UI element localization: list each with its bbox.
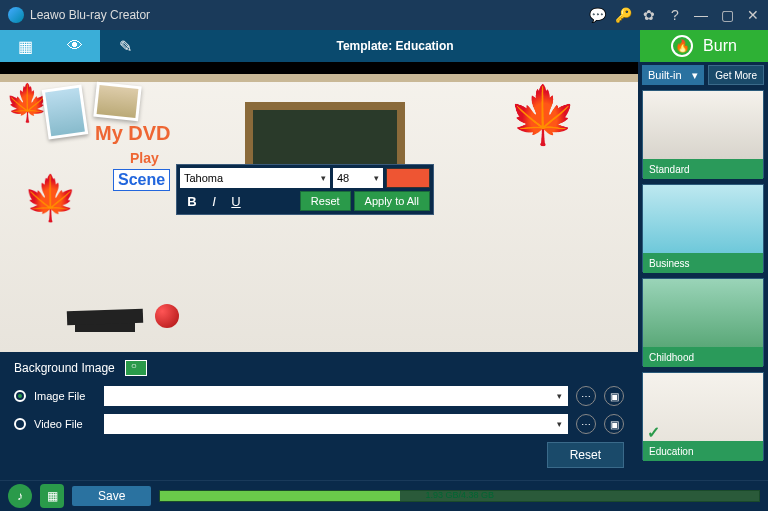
bg-reset-button[interactable]: Reset — [547, 442, 624, 468]
save-button[interactable]: Save — [72, 486, 151, 506]
background-panel: Background Image Image File ▾ ⋯ ▣ Video … — [0, 352, 638, 480]
template-item-education[interactable]: ✓ Education — [642, 372, 764, 460]
template-label: Education — [643, 441, 763, 461]
preview-button[interactable]: 👁 — [50, 30, 100, 62]
app-logo-icon — [8, 7, 24, 23]
key-icon[interactable]: 🔑 — [616, 8, 630, 22]
title-bar: Leawo Blu-ray Creator 💬 🔑 ✿ ? — ▢ ✕ — [0, 0, 768, 30]
leaf-decor-icon: 🍁 — [23, 172, 78, 224]
chevron-down-icon: ▾ — [557, 419, 562, 429]
chevron-down-icon: ▾ — [374, 173, 379, 183]
text-reset-button[interactable]: Reset — [300, 191, 351, 211]
template-category-select[interactable]: Built-in▾ — [642, 65, 704, 85]
grid-view-button[interactable]: ▦ — [0, 30, 50, 62]
chevron-down-icon: ▾ — [692, 69, 698, 82]
main-toolbar: ▦ 👁 ✎ Template: Education 🔥 Burn — [0, 30, 768, 62]
burn-button[interactable]: 🔥 Burn — [640, 30, 768, 62]
template-item-business[interactable]: Business — [642, 184, 764, 272]
template-sidebar: Built-in▾ Get More ▸ Standard Business C… — [638, 62, 768, 480]
photo-decor — [42, 84, 89, 139]
apply-to-all-button[interactable]: Apply to All — [354, 191, 430, 211]
progress-text: 1.93 GB/4.38 GB — [160, 490, 759, 500]
help-icon[interactable]: ? — [668, 8, 682, 22]
disc-title-text[interactable]: My DVD — [95, 122, 171, 145]
close-icon[interactable]: ✕ — [746, 8, 760, 22]
template-item-standard[interactable]: Standard — [642, 90, 764, 178]
photo-decor — [93, 82, 141, 122]
video-browse-button[interactable]: ▣ — [604, 414, 624, 434]
settings-icon[interactable]: ✿ — [642, 8, 656, 22]
chat-icon[interactable]: 💬 — [590, 8, 604, 22]
app-title: Leawo Blu-ray Creator — [30, 8, 590, 22]
grad-cap-decor — [65, 307, 145, 352]
scene-text-selected[interactable]: Scene — [113, 169, 170, 191]
text-format-toolbar: Tahoma▾ 48▾ B I U Reset Apply to All — [176, 164, 434, 215]
image-browse-button[interactable]: ▣ — [604, 386, 624, 406]
chevron-down-icon: ▾ — [321, 173, 326, 183]
music-button[interactable]: ♪ — [8, 484, 32, 508]
burn-label: Burn — [703, 37, 737, 55]
checkmark-icon: ✓ — [647, 423, 660, 442]
chevron-down-icon: ▾ — [557, 391, 562, 401]
underline-button[interactable]: U — [228, 194, 244, 209]
bottom-bar: ♪ ▦ Save 1.93 GB/4.38 GB — [0, 480, 768, 511]
template-title: Template: Education — [150, 30, 640, 62]
bold-button[interactable]: B — [184, 194, 200, 209]
menu-preview[interactable]: 🍁 🍁 🍁 My DVD Play Scene Tahoma▾ 48▾ — [0, 62, 638, 352]
video-more-button[interactable]: ⋯ — [576, 414, 596, 434]
leaf-decor-icon: 🍁 — [508, 82, 578, 148]
bg-thumb-icon[interactable] — [125, 360, 147, 376]
video-file-input[interactable]: ▾ — [104, 414, 568, 434]
apple-decor-icon — [155, 304, 179, 328]
get-more-button[interactable]: Get More — [708, 65, 764, 85]
image-file-radio[interactable] — [14, 390, 26, 402]
image-file-label: Image File — [34, 390, 96, 402]
image-more-button[interactable]: ⋯ — [576, 386, 596, 406]
video-file-label: Video File — [34, 418, 96, 430]
edit-button[interactable]: ✎ — [100, 30, 150, 62]
template-label: Business — [643, 253, 763, 273]
maximize-icon[interactable]: ▢ — [720, 8, 734, 22]
flame-icon: 🔥 — [671, 35, 693, 57]
font-family-select[interactable]: Tahoma▾ — [180, 168, 330, 188]
gallery-button[interactable]: ▦ — [40, 484, 64, 508]
image-file-input[interactable]: ▾ — [104, 386, 568, 406]
minimize-icon[interactable]: — — [694, 8, 708, 22]
bg-header-label: Background Image — [14, 361, 115, 375]
font-color-swatch[interactable] — [386, 168, 430, 188]
play-text[interactable]: Play — [130, 150, 159, 166]
template-label: Childhood — [643, 347, 763, 367]
video-file-radio[interactable] — [14, 418, 26, 430]
italic-button[interactable]: I — [206, 194, 222, 209]
template-label: Standard — [643, 159, 763, 179]
font-size-select[interactable]: 48▾ — [333, 168, 383, 188]
disc-size-progress: 1.93 GB/4.38 GB — [159, 490, 760, 502]
template-item-childhood[interactable]: Childhood — [642, 278, 764, 366]
